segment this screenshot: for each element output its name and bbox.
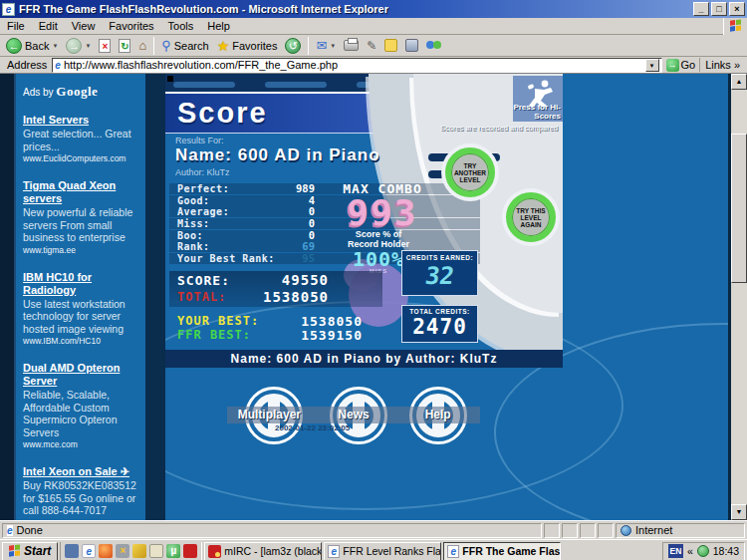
menu-view[interactable]: View: [65, 19, 103, 33]
menu-favorites[interactable]: Favorites: [102, 19, 160, 33]
news-label[interactable]: News: [312, 407, 396, 423]
app-shortcut-icon[interactable]: [65, 544, 79, 558]
score-value: 49550: [224, 272, 329, 288]
window-title: FFR The Game FlashFlashRevolution.com - …: [19, 3, 691, 15]
tray-chevron-icon[interactable]: «: [687, 545, 693, 557]
ad-url[interactable]: www.IBM.com/HC10: [23, 336, 138, 346]
menu-file[interactable]: File: [0, 19, 32, 33]
taskbar-window-ffr-game[interactable]: e FFR The Game FlashFl...: [443, 542, 561, 560]
back-button[interactable]: ← Back ▼: [2, 36, 62, 56]
ad-url[interactable]: www.tigma.ee: [23, 245, 138, 255]
ad-title-link[interactable]: IBM HC10 for Radiology: [23, 271, 138, 297]
discuss-button[interactable]: [380, 36, 401, 56]
mail-dropdown-icon[interactable]: ▼: [330, 43, 336, 49]
ie-page-icon: e: [447, 545, 459, 558]
app-shortcut-icon[interactable]: [149, 544, 163, 558]
press-hi-scores-label[interactable]: Press for Hi-Scores: [505, 104, 561, 121]
go-button[interactable]: → Go: [662, 57, 700, 73]
ad-title-link[interactable]: Dual AMD Opteron Server: [23, 362, 138, 388]
toolbar-separator: [308, 37, 309, 55]
title-bar: e FFR The Game FlashFlashRevolution.com …: [0, 0, 747, 18]
scroll-up-button[interactable]: ▲: [731, 74, 747, 90]
ad-title-link[interactable]: Intel Servers: [23, 114, 138, 127]
forward-dropdown-icon[interactable]: ▼: [85, 43, 91, 49]
clock[interactable]: 18:43: [713, 545, 739, 557]
ad-body: New powerful & reliable servers From sma…: [23, 206, 138, 244]
winamp-shortcut-icon[interactable]: ×: [116, 544, 129, 558]
news-date: 2002-01-22 23:02:05: [275, 423, 444, 432]
try-another-level-button[interactable]: TRY ANOTHER LEVEL: [445, 147, 495, 197]
stat-value: 69: [259, 241, 315, 252]
scroll-down-button[interactable]: ▼: [731, 504, 747, 520]
home-icon: ⌂: [138, 38, 146, 53]
utorrent-shortcut-icon[interactable]: µ: [166, 544, 180, 558]
ad-url[interactable]: www.EuclidComputers.com: [23, 153, 138, 163]
history-button[interactable]: ↺: [281, 36, 305, 56]
stat-label: Good:: [177, 195, 210, 206]
stop-button[interactable]: ×: [95, 36, 115, 56]
ad-body: Great selection... Great prices...: [23, 128, 138, 152]
menu-bar: File Edit View Favorites Tools Help: [0, 18, 747, 35]
ads-sidebar: Ads by Google Intel Servers Great select…: [16, 74, 145, 520]
close-button[interactable]: ×: [729, 2, 745, 16]
taskbar-window-ffr-ranks[interactable]: e FFR Level Ranks FlashFl...: [324, 542, 441, 560]
song-name-bar: Name: 600 AD in Piano by Author: KluTz: [165, 350, 563, 368]
help-label[interactable]: Help: [395, 407, 480, 423]
task-label: FFR The Game FlashFl...: [462, 545, 561, 557]
ad-title-link[interactable]: Tigma Quad Xeon servers: [23, 179, 138, 205]
favorites-button[interactable]: ★ Favorites: [213, 36, 282, 56]
results-for-label: Results For:: [175, 136, 380, 145]
search-button[interactable]: ⚲ Search: [157, 36, 212, 56]
research-button[interactable]: [401, 36, 422, 56]
menu-help[interactable]: Help: [200, 19, 237, 33]
maximize-button[interactable]: □: [711, 2, 727, 16]
app-shortcut-icon[interactable]: [132, 544, 146, 558]
address-url[interactable]: http://www.flashflashrevolution.com/FFR_…: [64, 59, 642, 71]
back-dropdown-icon[interactable]: ▼: [52, 43, 58, 49]
stat-label: Boo:: [177, 230, 203, 241]
taskbar-window-mirc[interactable]: mIRC - [lam3z (blackhaz...: [204, 542, 322, 560]
pill-decoration: [265, 82, 327, 88]
print-icon: [344, 40, 359, 51]
messenger-button[interactable]: [422, 36, 446, 56]
zone-label: Internet: [635, 524, 672, 536]
ad-url[interactable]: www.mce.com: [23, 439, 138, 449]
refresh-button[interactable]: ↻: [115, 36, 134, 56]
firefox-shortcut-icon[interactable]: [99, 544, 113, 558]
stat-value: 0: [259, 230, 315, 241]
ie-shortcut-icon[interactable]: e: [82, 544, 96, 558]
ad-title-link[interactable]: Intel Xeon on Sale ✈: [23, 465, 138, 478]
links-button[interactable]: Links »: [699, 58, 745, 72]
max-combo-value: 993: [331, 192, 434, 233]
edit-button[interactable]: ✎: [363, 36, 380, 56]
percent-label: Score % of: [323, 229, 434, 239]
links-label: Links: [705, 59, 731, 71]
ffr-best-value: 1539150: [277, 328, 363, 343]
mail-button[interactable]: ✉ ▼: [312, 36, 340, 56]
song-author: Author: KluTz: [175, 167, 380, 177]
status-cell: [544, 523, 560, 538]
page-icon: e: [55, 60, 61, 71]
vertical-scrollbar[interactable]: ▲ ▼: [731, 74, 747, 520]
home-button[interactable]: ⌂: [134, 36, 150, 56]
language-indicator[interactable]: EN: [668, 544, 683, 558]
address-label: Address: [7, 59, 47, 71]
minimize-button[interactable]: _: [693, 2, 709, 16]
start-button[interactable]: Start: [2, 542, 58, 560]
ads-by-google-header[interactable]: Ads by Google: [23, 84, 138, 100]
try-this-level-again-button[interactable]: TRY THIS LEVEL AGAIN: [506, 192, 556, 242]
multiplayer-label[interactable]: Multiplayer: [227, 407, 312, 423]
scrollbar-thumb[interactable]: [731, 134, 747, 283]
mirc-shortcut-icon[interactable]: [183, 544, 197, 558]
print-button[interactable]: [340, 36, 363, 56]
menu-tools[interactable]: Tools: [161, 19, 201, 33]
discuss-icon: [384, 39, 397, 52]
address-input[interactable]: e http://www.flashflashrevolution.com/FF…: [52, 58, 661, 73]
address-dropdown-icon[interactable]: ▼: [645, 59, 659, 72]
menu-edit[interactable]: Edit: [32, 19, 65, 33]
total-credits-box: TOTAL CREDITS: 2470: [401, 305, 478, 343]
flash-game[interactable]: Score Press for Hi-Scores Scores are rec…: [165, 74, 728, 520]
favorites-label: Favorites: [232, 40, 277, 52]
forward-button[interactable]: → ▼: [62, 36, 95, 56]
utorrent-tray-icon[interactable]: [697, 545, 709, 557]
